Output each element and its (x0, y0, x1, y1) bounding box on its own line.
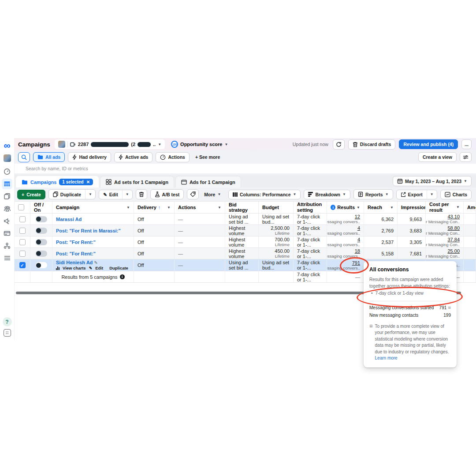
campaign-link[interactable]: Post: "For Rent:" (56, 240, 130, 245)
action-toolbar: + Create Duplicate ▼ ✎ Edit ▼ (15, 187, 476, 201)
breakdown-button[interactable]: Breakdown ▼ (304, 190, 350, 199)
col-results[interactable]: iResults▼ (327, 202, 364, 213)
discard-drafts-button[interactable]: Discard drafts (348, 139, 396, 150)
campaign-toggle[interactable] (36, 228, 47, 234)
col-actions[interactable]: Actions▼ (175, 202, 225, 213)
billing-icon[interactable] (2, 228, 12, 239)
results-value[interactable]: 18 (355, 248, 360, 254)
tab-ads[interactable]: Ads for 1 Campaign (175, 176, 241, 187)
chevron-down-icon: ▼ (342, 192, 346, 196)
all-tools-icon[interactable] (2, 253, 12, 263)
filter-actions[interactable]: Actions (156, 152, 190, 162)
duplicate-dropdown[interactable]: ▼ (85, 190, 95, 199)
campaign-link[interactable]: Post: "For Rent:" (56, 251, 130, 256)
col-budget: Budget (259, 202, 294, 213)
edit-button[interactable]: ✎ Edit (99, 190, 122, 199)
row-checkbox[interactable]: ✓ (19, 262, 26, 268)
view-charts-action[interactable]: View charts (63, 266, 86, 270)
col-attribution: Attribution setting (294, 202, 327, 213)
tab-ad-sets[interactable]: Ad sets for 1 Campaign (100, 176, 174, 187)
actions-gauge-icon (160, 154, 166, 160)
ab-test-button[interactable]: A/B test (150, 189, 184, 199)
level-tabs: Campaigns 1 selected ✕ Ad sets for 1 Cam… (15, 175, 476, 187)
select-all-checkbox[interactable] (18, 204, 24, 210)
cpr-value[interactable]: 43.10 (447, 214, 460, 219)
date-range-picker[interactable]: May 1, 2023 – Aug 1, 2023 ▼ (393, 176, 472, 186)
duplicate-action[interactable]: Duplicate (109, 266, 128, 270)
account-avatar[interactable] (4, 154, 11, 162)
results-value-791[interactable]: 791 (352, 260, 360, 266)
cpr-value[interactable]: 37.84 (447, 237, 460, 242)
delete-button[interactable] (136, 189, 147, 199)
close-icon[interactable]: ✕ (86, 180, 90, 184)
refresh-button[interactable] (333, 139, 345, 150)
campaign-link[interactable]: Marassi Ad (56, 217, 130, 222)
row-checkbox[interactable] (19, 228, 26, 234)
ads-frame-icon (181, 180, 187, 185)
plus-icon: + (22, 192, 24, 197)
account-selector[interactable]: 2287 (2 .. ▼ (55, 139, 165, 149)
cpr-value[interactable]: 25.00 (447, 248, 460, 254)
edit-action[interactable]: Edit (95, 266, 103, 270)
tag-button[interactable] (187, 189, 199, 199)
table-row: Marassi Ad Off — Using ad set bid ... Us… (15, 214, 476, 225)
pencil-icon[interactable]: ✎ (94, 260, 97, 265)
pencil-icon: ✎ (89, 266, 93, 270)
create-button[interactable]: + Create (17, 190, 45, 199)
tooltip-note: ⊞ To provide a more complete view of you… (369, 323, 451, 362)
campaign-link[interactable]: Sidi Heniesh Ad (56, 260, 93, 265)
score-badge: 100 (171, 141, 178, 148)
col-reach[interactable]: Reach▼ (364, 202, 398, 213)
campaign-toggle[interactable] (36, 216, 47, 222)
help-icon[interactable]: ? (3, 317, 12, 326)
account-overview-icon[interactable] (2, 166, 12, 177)
filter-all-ads[interactable]: All ads (33, 152, 65, 162)
edit-dropdown[interactable]: ▼ (122, 190, 132, 199)
campaign-link[interactable]: Post: "For Rent in Marassi:" (56, 228, 130, 233)
campaign-toggle[interactable] (36, 262, 47, 268)
learn-more-link[interactable]: Learn more (375, 356, 398, 360)
columns-button[interactable]: Columns: Performance ▼ (228, 190, 301, 199)
export-button[interactable]: Export (397, 190, 427, 199)
results-value[interactable]: 4 (357, 225, 360, 231)
ad-account-icon (70, 142, 76, 147)
view-settings-button[interactable] (460, 152, 472, 162)
filter-active-ads[interactable]: Active ads (114, 152, 153, 162)
row-checkbox[interactable] (19, 216, 26, 222)
filter-had-delivery[interactable]: Had delivery (68, 152, 111, 162)
tab-campaigns[interactable]: Campaigns 1 selected ✕ (16, 176, 99, 187)
duplicate-button[interactable]: Duplicate (49, 190, 85, 199)
col-campaign[interactable]: Campaign▼ (52, 202, 134, 213)
more-options-button[interactable]: ... (461, 139, 472, 149)
reports-button[interactable]: Reports ▼ (353, 189, 393, 199)
export-dropdown[interactable]: ▼ (427, 190, 437, 199)
col-impressions[interactable]: Impressions▼ (398, 202, 426, 213)
cpr-value[interactable]: 58.80 (447, 225, 460, 231)
col-delivery[interactable]: Delivery↑▼ (134, 202, 175, 213)
search-input[interactable] (15, 164, 476, 173)
opportunity-score[interactable]: 100 Opportunity score ▼ (171, 141, 228, 148)
events-manager-icon[interactable] (2, 240, 12, 251)
feedback-icon[interactable]: ☷ (4, 329, 11, 337)
create-a-view-button[interactable]: Create a view (418, 152, 457, 162)
campaign-toggle[interactable] (36, 239, 47, 245)
more-menu-button[interactable]: More ▼ (202, 190, 223, 199)
audiences-icon[interactable] (2, 203, 12, 214)
campaigns-nav-icon[interactable] (2, 179, 12, 189)
see-more-button[interactable]: + See more (193, 153, 223, 161)
campaign-toggle[interactable] (36, 251, 47, 257)
advertise-icon[interactable] (2, 216, 12, 226)
row-checkbox[interactable] (19, 251, 26, 257)
row-checkbox[interactable] (19, 239, 26, 245)
review-publish-button[interactable]: Review and publish (4) (399, 139, 458, 149)
pencil-icon: ✎ (103, 192, 107, 197)
ads-reporting-icon[interactable] (2, 191, 12, 202)
ad-sets-grid-icon (106, 179, 112, 185)
charts-button[interactable]: Charts (440, 190, 472, 199)
results-value[interactable]: 12 (355, 214, 360, 219)
col-cost-per-result[interactable]: Cost per result▼ (426, 202, 464, 213)
selected-count-badge[interactable]: 1 selected ✕ (59, 179, 93, 185)
search-filter-button[interactable] (18, 152, 30, 162)
results-value[interactable]: 4 (357, 237, 360, 242)
reports-icon (358, 191, 363, 197)
